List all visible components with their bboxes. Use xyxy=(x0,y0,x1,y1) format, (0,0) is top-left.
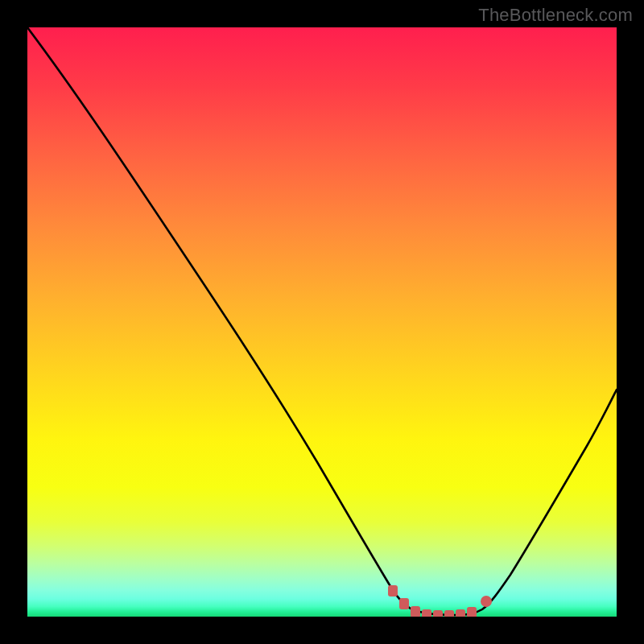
chart-svg xyxy=(27,27,617,617)
bottleneck-curve-path xyxy=(27,27,617,615)
zone-end-dot xyxy=(481,596,492,607)
zone-marker xyxy=(388,585,398,597)
optimal-zone-markers xyxy=(388,585,492,617)
zone-marker xyxy=(444,610,454,617)
zone-marker xyxy=(467,607,477,617)
zone-marker xyxy=(411,606,420,617)
plot-area xyxy=(27,27,617,617)
zone-marker xyxy=(399,598,409,609)
watermark-text: TheBottleneck.com xyxy=(478,5,633,26)
zone-marker xyxy=(433,610,443,617)
zone-marker xyxy=(456,609,465,617)
zone-marker xyxy=(422,609,431,617)
